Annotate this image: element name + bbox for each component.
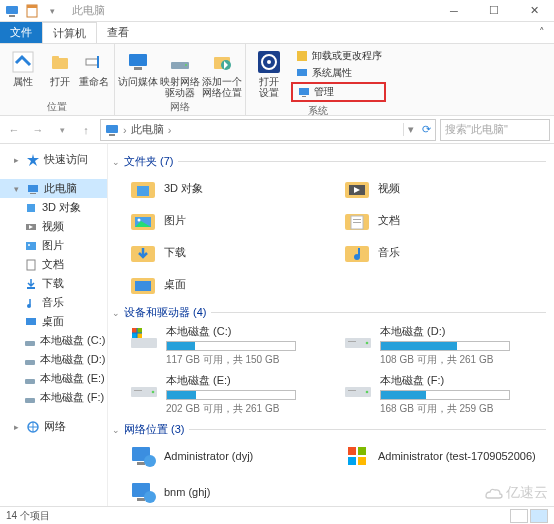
netloc-group-header[interactable]: ⌄网络位置 (3) xyxy=(112,422,546,437)
drive-item[interactable]: 本地磁盘 (D:)108 GB 可用，共 261 GB xyxy=(342,324,546,367)
svg-rect-34 xyxy=(26,318,36,325)
svg-rect-32 xyxy=(27,287,35,289)
drives-group-header[interactable]: ⌄设备和驱动器 (4) xyxy=(112,305,546,320)
window-title: 此电脑 xyxy=(64,3,434,18)
nav-sub-item[interactable]: 音乐 xyxy=(0,293,107,312)
folder-item[interactable]: 图片 xyxy=(128,205,332,235)
drive-item[interactable]: 本地磁盘 (C:)117 GB 可用，共 150 GB xyxy=(128,324,332,367)
folder-item[interactable]: 视频 xyxy=(342,173,546,203)
navigation-pane: ▸快速访问 ▾此电脑 3D 对象视频图片文档下载音乐桌面本地磁盘 (C:)本地磁… xyxy=(0,144,108,506)
address-bar: ← → ▾ ↑ › 此电脑 › ▾ ⟳ 搜索"此电脑" xyxy=(0,116,554,144)
svg-rect-56 xyxy=(135,281,151,291)
tab-computer[interactable]: 计算机 xyxy=(42,22,97,43)
svg-rect-25 xyxy=(30,193,36,194)
folder-icon xyxy=(342,173,372,203)
svg-point-67 xyxy=(152,391,155,394)
nav-forward-button[interactable]: → xyxy=(28,120,48,140)
map-drive-button[interactable]: 映射网络 驱动器 xyxy=(160,46,200,98)
drive-item[interactable]: 本地磁盘 (E:)202 GB 可用，共 261 GB xyxy=(128,373,332,416)
open-settings-button[interactable]: 打开设置 xyxy=(249,46,289,98)
svg-rect-0 xyxy=(6,6,18,14)
title-bar: ▾ 此电脑 ─ ☐ ✕ xyxy=(0,0,554,22)
svg-point-17 xyxy=(267,60,271,64)
manage-button[interactable]: 管理 xyxy=(291,82,386,102)
minimize-button[interactable]: ─ xyxy=(434,0,474,22)
network-location-item[interactable]: Administrator (test-1709052006) xyxy=(342,441,546,471)
svg-point-54 xyxy=(354,254,360,260)
system-properties-button[interactable]: 系统属性 xyxy=(291,65,386,81)
open-button[interactable]: 打开 xyxy=(45,46,75,87)
nav-this-pc[interactable]: ▾此电脑 xyxy=(0,179,107,198)
rename-button[interactable]: 重命名 xyxy=(77,46,111,87)
close-button[interactable]: ✕ xyxy=(514,0,554,22)
nav-recent-button[interactable]: ▾ xyxy=(52,120,72,140)
svg-point-33 xyxy=(27,304,31,308)
tab-file[interactable]: 文件 xyxy=(0,22,42,43)
nav-sub-item[interactable]: 本地磁盘 (C:) xyxy=(0,331,107,350)
properties-qat-icon[interactable] xyxy=(24,3,40,19)
main-content: ⌄文件夹 (7) 3D 对象视频图片文档下载音乐桌面 ⌄设备和驱动器 (4) 本… xyxy=(108,144,554,506)
network-location-item[interactable]: bnm (ghj) xyxy=(128,477,332,506)
folder-item[interactable]: 音乐 xyxy=(342,237,546,267)
svg-point-70 xyxy=(366,391,369,394)
nav-sub-item[interactable]: 图片 xyxy=(0,236,107,255)
ribbon-group-network: 访问媒体 映射网络 驱动器 添加一个 网络位置 网络 xyxy=(115,44,246,115)
svg-rect-57 xyxy=(131,338,157,348)
refresh-icon[interactable]: ⟳ xyxy=(418,123,431,136)
nav-sub-item[interactable]: 下载 xyxy=(0,274,107,293)
nav-up-button[interactable]: ↑ xyxy=(76,120,96,140)
svg-rect-50 xyxy=(353,219,361,220)
ribbon-tabs: 文件 计算机 查看 ˄ xyxy=(0,22,554,44)
folder-item[interactable]: 文档 xyxy=(342,205,546,235)
svg-rect-65 xyxy=(348,341,356,342)
nav-sub-item[interactable]: 3D 对象 xyxy=(0,198,107,217)
svg-rect-35 xyxy=(25,341,35,346)
uninstall-programs-button[interactable]: 卸载或更改程序 xyxy=(291,48,386,64)
svg-rect-36 xyxy=(25,360,35,365)
drive-item[interactable]: 本地磁盘 (F:)168 GB 可用，共 259 GB xyxy=(342,373,546,416)
ribbon-expand-icon[interactable]: ˄ xyxy=(530,22,554,43)
status-text: 14 个项目 xyxy=(6,509,50,523)
svg-rect-31 xyxy=(27,260,35,270)
svg-rect-77 xyxy=(348,457,356,465)
network-icon xyxy=(128,441,158,471)
nav-sub-item[interactable]: 本地磁盘 (F:) xyxy=(0,388,107,407)
svg-rect-20 xyxy=(299,88,309,95)
svg-rect-8 xyxy=(97,56,99,68)
properties-button[interactable]: 属性 xyxy=(3,46,43,87)
nav-network[interactable]: ▸网络 xyxy=(0,417,107,436)
svg-rect-71 xyxy=(348,390,356,391)
nav-sub-item[interactable]: 视频 xyxy=(0,217,107,236)
svg-point-30 xyxy=(28,244,30,246)
svg-point-64 xyxy=(366,342,369,345)
nav-sub-item[interactable]: 文档 xyxy=(0,255,107,274)
address-dropdown-icon[interactable]: ▾ xyxy=(403,123,414,136)
folder-icon xyxy=(128,269,158,299)
network-icon xyxy=(342,441,372,471)
access-media-button[interactable]: 访问媒体 xyxy=(118,46,158,87)
qat-dropdown-icon[interactable]: ▾ xyxy=(44,3,60,19)
add-network-location-button[interactable]: 添加一个 网络位置 xyxy=(202,46,242,98)
nav-back-button[interactable]: ← xyxy=(4,120,24,140)
nav-sub-item[interactable]: 桌面 xyxy=(0,312,107,331)
folder-item[interactable]: 3D 对象 xyxy=(128,173,332,203)
search-input[interactable]: 搜索"此电脑" xyxy=(440,119,550,141)
svg-rect-18 xyxy=(297,51,307,61)
folder-item[interactable]: 下载 xyxy=(128,237,332,267)
folder-icon xyxy=(128,205,158,235)
svg-rect-62 xyxy=(138,334,143,339)
folder-item[interactable]: 桌面 xyxy=(128,269,332,299)
svg-rect-68 xyxy=(134,390,142,391)
svg-point-81 xyxy=(144,491,156,503)
network-location-item[interactable]: Administrator (dyj) xyxy=(128,441,332,471)
nav-quick-access[interactable]: ▸快速访问 xyxy=(0,150,107,169)
nav-sub-item[interactable]: 本地磁盘 (E:) xyxy=(0,369,107,388)
view-large-icon[interactable] xyxy=(530,509,548,523)
maximize-button[interactable]: ☐ xyxy=(474,0,514,22)
tab-view[interactable]: 查看 xyxy=(97,22,139,43)
view-details-icon[interactable] xyxy=(510,509,528,523)
folders-group-header[interactable]: ⌄文件夹 (7) xyxy=(112,154,546,169)
folder-icon xyxy=(342,237,372,267)
address-box[interactable]: › 此电脑 › ▾ ⟳ xyxy=(100,119,436,141)
nav-sub-item[interactable]: 本地磁盘 (D:) xyxy=(0,350,107,369)
